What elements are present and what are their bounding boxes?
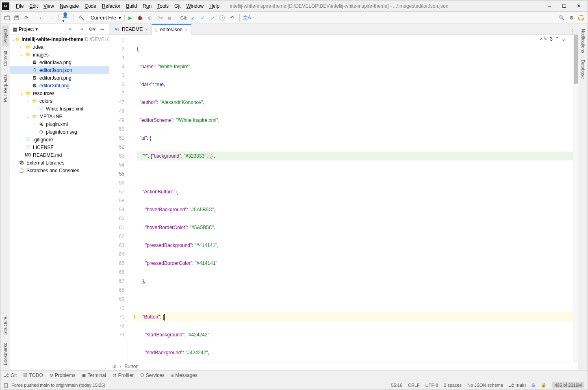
project-title[interactable]: ▦ Project ▾: [13, 26, 38, 32]
vertical-scrollbar[interactable]: [573, 35, 578, 362]
breadcrumb-item[interactable]: ui: [113, 364, 116, 369]
minimize-button[interactable]: ─: [546, 3, 553, 9]
file-encoding[interactable]: UTF-8: [425, 383, 438, 388]
gear-icon[interactable]: ⚙▾: [88, 25, 96, 33]
close-button[interactable]: ✕: [575, 3, 582, 9]
tree-item[interactable]: ⌄📁intellij-white-inspire-themeD:\DEVELO: [10, 35, 109, 43]
tool-git[interactable]: ⎇ Git: [4, 373, 17, 378]
profile-icon[interactable]: ◔▾: [156, 14, 164, 22]
git-commit-icon[interactable]: ✓: [199, 14, 207, 22]
git-push-icon[interactable]: ↗: [208, 14, 217, 22]
tool-terminal[interactable]: ▣ Terminal: [82, 373, 106, 378]
lock-icon[interactable]: 🔒: [541, 382, 547, 388]
menu-run[interactable]: Run: [140, 2, 154, 10]
tool-commit[interactable]: Commit: [2, 48, 9, 69]
tabs-menu-icon[interactable]: ⋮: [566, 28, 578, 34]
menu-view[interactable]: View: [41, 2, 56, 10]
sync-icon[interactable]: ⟳: [22, 14, 30, 22]
close-icon[interactable]: ×: [145, 27, 148, 32]
tree-item[interactable]: 🔌plugin.xml: [10, 120, 109, 128]
menu-refactor[interactable]: Refactor: [100, 2, 123, 10]
menu-navigate[interactable]: Navigate: [57, 2, 81, 10]
chevron-down-icon[interactable]: ⌄: [562, 36, 566, 42]
menu-build[interactable]: Build: [124, 2, 139, 10]
breadcrumb-item[interactable]: Button: [124, 364, 139, 369]
tree-item[interactable]: 📄.gitignore: [10, 136, 109, 143]
open-icon[interactable]: [3, 14, 11, 22]
expand-icon[interactable]: ⇥: [77, 25, 85, 33]
tool-services[interactable]: ⬡ Services: [140, 373, 165, 378]
tab-editorjson[interactable]: {}editorJson×: [152, 24, 191, 35]
plugin-icon[interactable]: [577, 14, 585, 22]
debug-icon[interactable]: 🐞: [136, 14, 144, 22]
breadcrumb[interactable]: ui › Button: [109, 362, 578, 370]
tree-item[interactable]: ⌄📁images: [10, 51, 109, 58]
json-schema[interactable]: No JSON schema: [467, 383, 503, 388]
tree-item[interactable]: ⌄📁META-INF: [10, 113, 109, 120]
line-separator[interactable]: CRLF: [408, 383, 420, 388]
code-content[interactable]: { "name": "White-Inspire", "dark": true,…: [134, 35, 573, 362]
translate-icon[interactable]: 文A: [243, 14, 251, 22]
collapse-icon[interactable]: ⇤: [67, 25, 75, 33]
run-icon[interactable]: ▶: [126, 14, 135, 22]
code-editor[interactable]: 1234567474849505152535455565758596061626…: [109, 35, 578, 362]
close-icon[interactable]: ×: [185, 27, 187, 32]
tree-item[interactable]: 🖼editorJson.png: [10, 74, 109, 82]
intention-bulb-icon[interactable]: [134, 314, 135, 320]
chevron-up-icon[interactable]: ⌃: [555, 36, 559, 42]
scroll-thumb[interactable]: [574, 35, 578, 84]
google-icon[interactable]: G: [532, 383, 535, 388]
tree-item[interactable]: ›📋Scratches and Consoles: [10, 167, 109, 174]
tool-notifications[interactable]: Notifications: [580, 26, 586, 56]
tree-item[interactable]: 📄White Inspire.xml: [10, 105, 109, 113]
tool-todo[interactable]: ☑ TODO: [23, 373, 43, 378]
tool-bookmarks[interactable]: Bookmarks: [2, 340, 9, 368]
run-config-combo[interactable]: Current File▾: [87, 14, 125, 22]
menu-help[interactable]: Help: [207, 2, 222, 10]
save-icon[interactable]: [13, 14, 21, 22]
menu-git[interactable]: Git: [172, 2, 183, 10]
maximize-button[interactable]: ☐: [561, 3, 567, 9]
back-icon[interactable]: ←: [37, 14, 46, 22]
tool-structure[interactable]: Structure: [2, 313, 9, 338]
tree-item[interactable]: 🖼editorJava.png: [10, 58, 109, 66]
menu-tools[interactable]: Tools: [155, 2, 171, 10]
tree-item[interactable]: {}editorJson.json: [10, 66, 109, 74]
settings-icon[interactable]: ⚙: [567, 14, 575, 22]
hide-icon[interactable]: ─: [98, 25, 106, 33]
git-rollback-icon[interactable]: ↶: [228, 14, 236, 22]
tool-profiler[interactable]: ◔ Profiler: [113, 373, 134, 378]
tab-readme[interactable]: M↓README×: [111, 24, 152, 34]
tree-item[interactable]: 🖼editorXml.png: [10, 82, 109, 89]
project-tree[interactable]: ⌄📁intellij-white-inspire-themeD:\DEVELO›…: [10, 35, 109, 370]
memory-indicator[interactable]: 495 of 2016M: [552, 382, 584, 388]
tree-item[interactable]: ›📁.idea: [10, 43, 109, 51]
caret-position[interactable]: 55:16: [391, 383, 403, 388]
tree-item[interactable]: MDREADME.md: [10, 151, 109, 159]
git-history-icon[interactable]: 🕐: [218, 14, 226, 22]
menu-file[interactable]: File: [13, 2, 26, 10]
git-branch[interactable]: ⎇ main: [509, 382, 526, 388]
toolwindow-toggle-icon[interactable]: ◫: [4, 382, 8, 388]
tool-database[interactable]: Database: [580, 56, 586, 82]
tree-item[interactable]: ⌄📁colors: [10, 97, 109, 105]
tree-item[interactable]: ⌄📁resources: [10, 89, 109, 97]
tool-problems[interactable]: ⊘ Problems: [50, 373, 76, 378]
tool-project[interactable]: Project: [2, 26, 9, 46]
fold-gutter[interactable]: [128, 35, 134, 362]
search-icon[interactable]: 🔍: [558, 14, 566, 22]
inspections-widget[interactable]: ✓✎3 ⌃⌄: [539, 36, 566, 42]
indent[interactable]: 2 spaces: [444, 383, 462, 388]
tree-item[interactable]: 📄LICENSE: [10, 143, 109, 151]
forward-icon[interactable]: →: [47, 14, 55, 22]
tool-pull-requests[interactable]: Pull Requests: [2, 71, 9, 105]
users-icon[interactable]: 👤▾: [62, 14, 70, 22]
tree-item[interactable]: ⬡pluginIcon.svg: [10, 128, 109, 136]
tree-item[interactable]: ›📚External Libraries: [10, 159, 109, 167]
menu-edit[interactable]: Edit: [27, 2, 40, 10]
tool-messages[interactable]: ≡ Messages: [171, 373, 197, 378]
menu-window[interactable]: Window: [184, 2, 206, 10]
coverage-icon[interactable]: ◐: [146, 14, 154, 22]
build-icon[interactable]: 🔨: [77, 14, 85, 22]
menu-code[interactable]: Code: [82, 2, 99, 10]
